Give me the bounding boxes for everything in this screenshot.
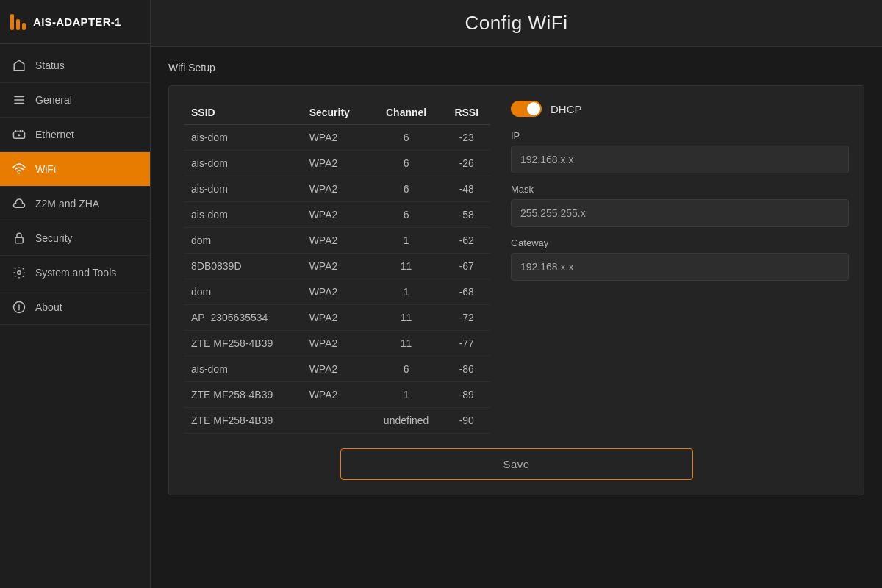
gear-icon xyxy=(12,265,26,280)
mask-input[interactable] xyxy=(511,199,849,227)
sidebar-item-general-label: General xyxy=(35,94,72,106)
table-row[interactable]: ZTE MF258-4B39WPA21-89 xyxy=(184,382,490,408)
sidebar-item-ethernet-label: Ethernet xyxy=(35,129,74,140)
app-logo xyxy=(10,14,26,30)
cell-security: WPA2 xyxy=(302,228,370,254)
cell-security: WPA2 xyxy=(302,382,370,408)
col-ssid: SSID xyxy=(184,101,302,125)
content-area: Wifi Setup SSID Security Channel RSSI xyxy=(151,47,882,588)
table-row[interactable]: ais-domWPA26-23 xyxy=(184,125,490,151)
dhcp-panel: DHCP IP Mask Gateway xyxy=(511,101,849,434)
cell-security: WPA2 xyxy=(302,202,370,228)
sidebar-item-general[interactable]: General xyxy=(0,83,150,118)
wifi-body: SSID Security Channel RSSI ais-domWPA26-… xyxy=(184,101,849,434)
wifi-icon xyxy=(12,162,26,176)
cell-ssid: ais-dom xyxy=(184,202,302,228)
main-content: Config WiFi Wifi Setup SSID Security Cha… xyxy=(151,0,882,588)
table-row[interactable]: AP_2305635534WPA211-72 xyxy=(184,305,490,331)
cell-channel: 1 xyxy=(370,228,443,254)
cell-security: WPA2 xyxy=(302,125,370,151)
sidebar-item-ethernet[interactable]: Ethernet xyxy=(0,118,150,152)
sidebar-item-z2m-and-zha[interactable]: Z2M and ZHA xyxy=(0,187,150,221)
cell-security: WPA2 xyxy=(302,279,370,305)
cell-rssi: -72 xyxy=(442,305,490,331)
mask-label: Mask xyxy=(511,184,849,195)
cell-ssid: ais-dom xyxy=(184,356,302,382)
ip-field-group: IP xyxy=(511,130,849,173)
cell-ssid: 8DB0839D xyxy=(184,254,302,279)
cell-security: WPA2 xyxy=(302,254,370,279)
save-button[interactable]: Save xyxy=(340,448,693,480)
gateway-input[interactable] xyxy=(511,253,849,281)
sidebar-item-system-and-tools[interactable]: System and Tools xyxy=(0,256,150,290)
sidebar-item-wifi[interactable]: WiFi xyxy=(0,152,150,187)
cell-channel: undefined xyxy=(370,408,443,434)
cell-channel: 6 xyxy=(370,176,443,202)
cell-channel: 6 xyxy=(370,151,443,176)
gateway-field-group: Gateway xyxy=(511,237,849,281)
section-title: Wifi Setup xyxy=(168,62,864,74)
cell-rssi: -68 xyxy=(442,279,490,305)
dhcp-toggle[interactable] xyxy=(511,101,542,117)
sidebar-nav: Status General Ethernet xyxy=(0,44,150,325)
cell-rssi: -67 xyxy=(442,254,490,279)
svg-rect-6 xyxy=(15,237,24,243)
cell-channel: 11 xyxy=(370,305,443,331)
sidebar-item-wifi-label: WiFi xyxy=(35,163,56,175)
cell-ssid: ZTE MF258-4B39 xyxy=(184,382,302,408)
sidebar: AIS-ADAPTER-1 Status General xyxy=(0,0,151,588)
col-security: Security xyxy=(302,101,370,125)
table-row[interactable]: ais-domWPA26-86 xyxy=(184,356,490,382)
gateway-label: Gateway xyxy=(511,237,849,248)
cell-ssid: ZTE MF258-4B39 xyxy=(184,408,302,434)
app-name: AIS-ADAPTER-1 xyxy=(33,15,121,28)
home-icon xyxy=(12,58,26,73)
table-row[interactable]: 8DB0839DWPA211-67 xyxy=(184,254,490,279)
svg-rect-2 xyxy=(14,103,24,104)
cell-security: WPA2 xyxy=(302,305,370,331)
svg-point-5 xyxy=(18,173,20,174)
cell-security: WPA2 xyxy=(302,176,370,202)
ip-input[interactable] xyxy=(511,146,849,173)
col-rssi: RSSI xyxy=(442,101,490,125)
cell-rssi: -23 xyxy=(442,125,490,151)
col-channel: Channel xyxy=(370,101,443,125)
table-row[interactable]: ais-domWPA26-58 xyxy=(184,202,490,228)
wifi-panel: SSID Security Channel RSSI ais-domWPA26-… xyxy=(168,85,864,495)
sidebar-item-z2m-label: Z2M and ZHA xyxy=(35,198,99,209)
menu-icon xyxy=(12,93,26,107)
page-header: Config WiFi xyxy=(151,0,882,47)
table-row[interactable]: domWPA21-62 xyxy=(184,228,490,254)
cell-ssid: ais-dom xyxy=(184,176,302,202)
cell-security xyxy=(302,408,370,434)
cell-rssi: -62 xyxy=(442,228,490,254)
cell-rssi: -58 xyxy=(442,202,490,228)
save-row: Save xyxy=(184,448,849,480)
info-icon xyxy=(12,300,26,315)
sidebar-item-security[interactable]: Security xyxy=(0,221,150,256)
cell-channel: 11 xyxy=(370,254,443,279)
cell-channel: 1 xyxy=(370,279,443,305)
table-row[interactable]: ZTE MF258-4B39WPA211-77 xyxy=(184,331,490,356)
table-row[interactable]: ais-domWPA26-48 xyxy=(184,176,490,202)
svg-rect-0 xyxy=(14,96,24,98)
mask-field-group: Mask xyxy=(511,184,849,227)
cell-ssid: dom xyxy=(184,228,302,254)
cell-channel: 11 xyxy=(370,331,443,356)
cell-rssi: -48 xyxy=(442,176,490,202)
cell-security: WPA2 xyxy=(302,151,370,176)
sidebar-item-about[interactable]: About xyxy=(0,290,150,325)
table-row[interactable]: domWPA21-68 xyxy=(184,279,490,305)
cell-ssid: AP_2305635534 xyxy=(184,305,302,331)
wifi-table-wrap: SSID Security Channel RSSI ais-domWPA26-… xyxy=(184,101,490,434)
sidebar-item-status[interactable]: Status xyxy=(0,49,150,83)
cell-rssi: -90 xyxy=(442,408,490,434)
cloud-icon xyxy=(12,196,26,211)
sidebar-header: AIS-ADAPTER-1 xyxy=(0,0,150,44)
table-row[interactable]: ZTE MF258-4B39undefined-90 xyxy=(184,408,490,434)
cell-rssi: -26 xyxy=(442,151,490,176)
wifi-table: SSID Security Channel RSSI ais-domWPA26-… xyxy=(184,101,490,434)
cell-security: WPA2 xyxy=(302,331,370,356)
dhcp-toggle-row: DHCP xyxy=(511,101,849,117)
table-row[interactable]: ais-domWPA26-26 xyxy=(184,151,490,176)
